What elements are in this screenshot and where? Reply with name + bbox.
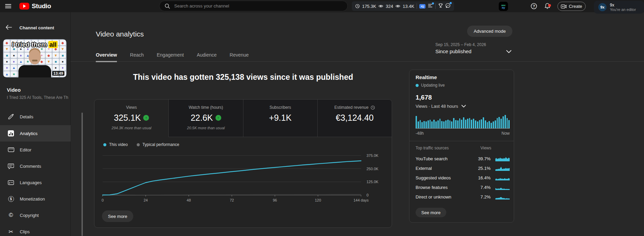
divider <box>409 141 514 141</box>
search-input[interactable] <box>174 3 337 9</box>
metric-label: Subscribers <box>269 105 291 110</box>
see-more-button[interactable]: See more <box>102 210 133 222</box>
tab-audience[interactable]: Audience <box>197 52 216 62</box>
back-label[interactable]: Channel content <box>19 25 54 30</box>
clock-icon <box>371 105 375 110</box>
comment-icon <box>8 163 14 169</box>
metric-tab-views[interactable]: Views 325.1K↑ 294.3K more than usual <box>94 100 168 137</box>
sidebar-item-label: Details <box>20 114 33 119</box>
sidebar-item-analytics[interactable]: Analytics <box>0 125 71 142</box>
sidebar-item-languages[interactable]: Languages <box>0 174 71 191</box>
hamburger-menu-icon[interactable] <box>5 3 11 9</box>
editor-name: 9x <box>610 3 636 8</box>
metric-tab-subscribers[interactable]: Subscribers +9.1K <box>243 100 317 137</box>
svg-text:144 days: 144 days <box>354 198 369 202</box>
channel-avatar[interactable]: nexlay <box>499 2 508 11</box>
help-icon[interactable]: ? <box>530 3 537 11</box>
divider <box>435 3 436 9</box>
sidebar: Channel content ◆▼■●♦▲★+◆▼■●♦▲★+◆▼■●♦▲★+… <box>0 12 71 236</box>
svg-text:375.0K: 375.0K <box>366 153 379 158</box>
editor-role: You're an editor <box>610 8 636 12</box>
metric-value: +9.1K <box>269 113 291 123</box>
feedback-bubble-icon[interactable] <box>446 3 451 9</box>
metric-tab-watch-time[interactable]: Watch time (hours) 22.6K↑ 20.5K more tha… <box>168 100 243 137</box>
traffic-sparkline <box>495 156 510 161</box>
traffic-sparkline <box>495 175 510 180</box>
chart-legend: This video Typical performance <box>103 142 179 147</box>
notifications-bell-icon[interactable] <box>544 5 551 11</box>
playlist-lines-icon[interactable] <box>428 3 433 9</box>
sidebar-item-monetization[interactable]: $ Monetization <box>0 191 71 207</box>
tabs-divider <box>71 61 644 62</box>
tab-engagement[interactable]: Engagement <box>157 52 184 62</box>
traffic-views-header: Views <box>480 146 491 150</box>
create-button-label: Create <box>569 4 582 9</box>
back-arrow-icon[interactable] <box>5 25 12 31</box>
sidebar-item-comments[interactable]: Comments <box>0 158 71 174</box>
metric-value: €3,124.40 <box>336 113 374 123</box>
svg-text:?: ? <box>533 4 535 8</box>
iq-badge-icon[interactable]: IQ <box>419 4 425 9</box>
axis-end-label: Now <box>501 131 510 136</box>
metric-label: Watch time (hours) <box>189 105 223 110</box>
video-thumbnail[interactable]: ◆▼■●♦▲★+◆▼■●♦▲★+◆▼■●♦▲★+◆▼■●♦▲★+◆▼■●♦▲★+… <box>3 39 66 77</box>
realtime-views-caption[interactable]: Views · Last 48 hours <box>416 104 466 109</box>
sidebar-item-label: Monetization <box>20 196 45 202</box>
metric-tab-estimated-revenue[interactable]: Estimated revenue €3,124.40 <box>317 100 392 137</box>
svg-text:96: 96 <box>273 198 277 202</box>
search-bar[interactable] <box>159 1 348 11</box>
realtime-views-count: 1,678 <box>416 94 432 101</box>
video-title: I Tried 325 AI Tools, These Are The ... <box>7 95 68 100</box>
legend-dot-typical <box>137 143 140 146</box>
clock-icon <box>355 4 360 9</box>
video-camera-plus-icon <box>561 4 567 9</box>
stat-watch-time: 175.3K <box>362 4 376 9</box>
studio-wordmark[interactable]: Studio <box>32 2 51 10</box>
legend-dot-this-video <box>103 143 106 146</box>
date-range-picker[interactable]: Sep 15, 2025 – Feb 4, 2026 Since publish… <box>435 42 512 54</box>
copyright-icon: © <box>8 212 14 219</box>
divider <box>417 3 417 9</box>
traffic-sources-header: Top traffic sources <box>416 146 449 150</box>
sidebar-item-editor[interactable]: Editor <box>0 142 71 158</box>
sidebar-item-clips[interactable]: ✂ Clips <box>0 223 71 236</box>
eye-icon <box>378 4 383 8</box>
tab-revenue[interactable]: Revenue <box>230 52 249 62</box>
traffic-row-external[interactable]: External25.1% <box>416 163 510 173</box>
trophy-icon[interactable] <box>438 3 443 9</box>
svg-text:120: 120 <box>315 198 321 202</box>
realtime-bar-chart[interactable] <box>416 114 510 129</box>
sidebar-item-details[interactable]: Details <box>0 108 71 125</box>
stat-views: 13.4K <box>403 4 414 9</box>
advanced-mode-button[interactable]: Advanced mode <box>467 26 512 37</box>
create-button[interactable]: Create <box>557 2 586 11</box>
sidebar-item-copyright[interactable]: © Copyright <box>0 207 71 223</box>
tab-overview[interactable]: Overview <box>96 52 117 62</box>
editor-account-chip[interactable]: 9x 9x You're an editor <box>594 1 644 14</box>
notification-dot <box>450 2 452 4</box>
notification-dot <box>432 2 434 4</box>
see-more-button[interactable]: See more <box>416 208 446 217</box>
metric-tabs: Views 325.1K↑ 294.3K more than usual Wat… <box>94 100 392 137</box>
channel-stats-bar[interactable]: 175.3K 324 13.4K IQ <box>352 1 454 11</box>
page-title: Video analytics <box>96 30 144 38</box>
scrollbar[interactable] <box>81 113 83 236</box>
tab-reach[interactable]: Reach <box>130 52 144 62</box>
metric-value: 325.1K <box>114 113 141 123</box>
chevron-down-icon <box>461 105 466 108</box>
traffic-row-direct-or-unknown[interactable]: Direct or unknown7.2% <box>416 192 510 202</box>
sidebar-item-label: Editor <box>20 147 31 152</box>
legend-label: Typical performance <box>143 142 179 147</box>
traffic-row-browse-features[interactable]: Browse features7.4% <box>416 182 510 192</box>
sidebar-item-label: Clips <box>20 229 30 234</box>
youtube-logo-icon[interactable] <box>19 3 29 10</box>
traffic-row-suggested-videos[interactable]: Suggested videos16.4% <box>416 173 510 182</box>
views-line-chart[interactable]: 0125.0K250.0K375.0K024487296120144 days <box>94 150 392 206</box>
traffic-row-youtube-search[interactable]: YouTube search39.7% <box>416 154 510 163</box>
eye-icon <box>395 4 400 8</box>
sidebar-item-label: Analytics <box>20 131 38 136</box>
video-duration-badge: 13:49 <box>52 71 64 76</box>
svg-text:0: 0 <box>102 198 104 202</box>
metric-value: 22.6K <box>191 113 213 123</box>
metric-label: Views <box>126 105 137 110</box>
